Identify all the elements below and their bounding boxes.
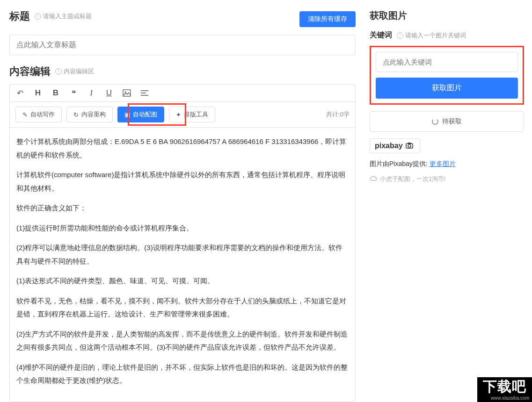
align-icon[interactable] — [140, 88, 149, 98]
content-area[interactable]: 整个计算机系统由两部分组成：E.69DA 5 E 6 BA 9062616964… — [10, 128, 355, 402]
info-icon: ! — [397, 32, 403, 39]
pending-button[interactable]: 待获取 — [370, 111, 524, 132]
image-icon[interactable] — [122, 88, 131, 98]
paragraph: (1)提供运行时所需功能和性能的命令或计算机程序集合。 — [16, 222, 349, 235]
picture-icon: ▣ — [124, 111, 130, 118]
info-icon: ! — [55, 68, 62, 75]
paragraph: (4)维护不同的硬件是旧的，理论上软件是旧的，并不坏，但实际上软件也是旧的和坏的… — [16, 361, 349, 388]
auto-image-button[interactable]: ▣ 自动配图 — [117, 107, 164, 122]
paragraph: (2)生产方式不同的软件是开发，是人类智能的高发挥，而不是传统意义上的硬件制造。… — [16, 328, 349, 354]
right-panel: 获取图片 关键词 ! 请输入一个图片关键词 获取图片 待获取 pixabay 图… — [370, 9, 524, 402]
keyword-hint: ! 请输入一个图片关键词 — [397, 31, 466, 40]
heading-icon[interactable]: H — [33, 88, 43, 98]
svg-rect-7 — [408, 143, 411, 144]
more-images-link[interactable]: 更多图片 — [430, 160, 456, 167]
undo-icon[interactable]: ↶ — [15, 88, 25, 98]
restructure-button[interactable]: ↻ 内容重构 — [66, 107, 113, 122]
pencil-icon: ✎ — [22, 111, 28, 118]
keyword-highlight-box: 获取图片 — [370, 46, 524, 105]
spinner-icon — [432, 118, 438, 125]
svg-rect-0 — [123, 90, 131, 96]
title-label: 标题 — [9, 9, 30, 23]
title-input[interactable] — [9, 35, 356, 55]
title-hint: ! 请输入主题或标题 — [35, 12, 92, 21]
content-label: 内容编辑 — [9, 65, 51, 79]
paragraph: 整个计算机系统由两部分组成：E.69DA 5 E 6 BA 9062616964… — [16, 135, 349, 162]
char-count: 共计:0字 — [326, 110, 350, 119]
left-panel: 标题 ! 请输入主题或标题 清除所有缓存 内容编辑 ! 内容编辑区 ↶ H B … — [9, 9, 356, 402]
watermark: 下载吧 www.xiazaiba.com — [477, 377, 532, 402]
keyword-input[interactable] — [376, 52, 518, 72]
underline-icon[interactable]: U — [104, 88, 114, 98]
layout-tool-button[interactable]: ✦ 排版工具 — [169, 107, 215, 122]
provider-row: 图片由Pixabay提供: 更多图片 — [370, 160, 524, 168]
quote-icon[interactable]: ❝ — [69, 88, 78, 98]
pixabay-badge: pixabay — [370, 138, 420, 153]
cloud-icon — [370, 176, 377, 183]
fetch-image-button[interactable]: 获取图片 — [376, 78, 518, 99]
bold-icon[interactable]: B — [51, 88, 60, 98]
italic-icon[interactable]: I — [87, 88, 96, 98]
paragraph: 计算机软件(computer software)是指计算机系统中除硬件以外的所有… — [16, 168, 349, 195]
camera-icon — [406, 142, 415, 150]
auto-write-button[interactable]: ✎ 自动写作 — [15, 107, 62, 122]
content-hint: ! 内容编辑区 — [55, 67, 94, 76]
editor-box: ↶ H B ❝ I U ✎ 自动写作 ↻ — [9, 84, 356, 402]
paragraph: 软件看不见，无色，枯燥，看不见，摸不到，闻不到。软件大部分存在于人们的头脑或纸上… — [16, 294, 349, 321]
paragraph: (2)程序可以满意地处理信息的数据结构。(3)说明程序功能要求和程序需要的文档的… — [16, 241, 349, 268]
fetch-image-title: 获取图片 — [370, 9, 524, 22]
svg-point-6 — [408, 144, 411, 147]
paragraph: (1)表达形式不同的硬件类型、颜色、味道、可见、可摸、可闻。 — [16, 274, 349, 288]
paragraph: 软件的正确含义如下： — [16, 201, 349, 215]
wand-icon: ✦ — [176, 111, 181, 118]
keyword-label: 关键词 — [370, 30, 392, 40]
toolbar: ↶ H B ❝ I U — [10, 85, 355, 102]
svg-point-1 — [125, 92, 126, 93]
clear-cache-button[interactable]: 清除所有缓存 — [299, 11, 356, 27]
footer-note: 小虎子配图，一次1淘币! — [370, 175, 524, 183]
action-row: ✎ 自动写作 ↻ 内容重构 ▣ 自动配图 ✦ 排版工具 共计:0字 — [10, 102, 355, 128]
info-icon: ! — [35, 13, 41, 20]
refresh-icon: ↻ — [73, 111, 79, 118]
